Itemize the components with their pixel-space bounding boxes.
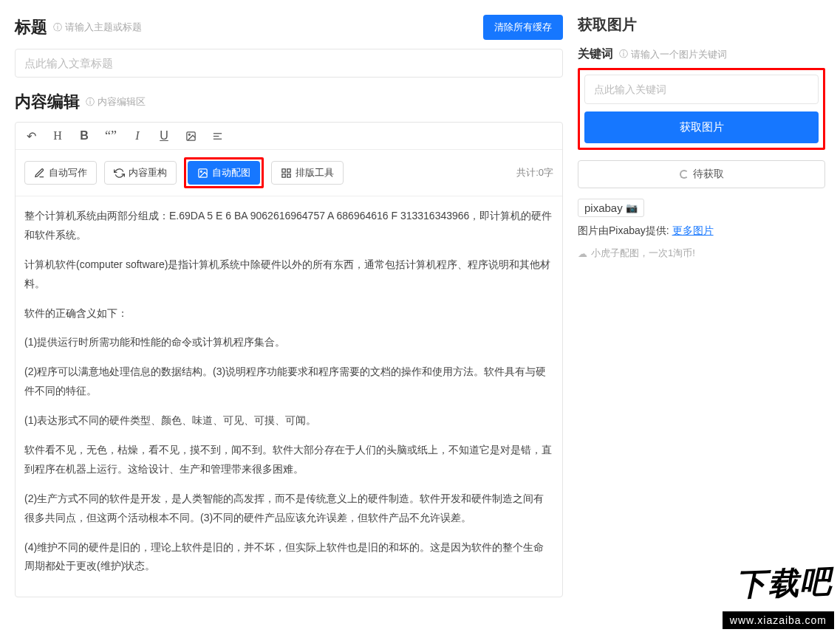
content-section-header: 内容编辑 内容编辑区 xyxy=(15,91,563,113)
spinner-icon xyxy=(680,170,689,179)
editor-paragraph: 软件的正确含义如下： xyxy=(24,304,553,323)
layout-tool-label: 排版工具 xyxy=(296,166,334,179)
pending-status-button[interactable]: 待获取 xyxy=(578,160,825,188)
main-column: 标题 请输入主题或标题 清除所有缓存 内容编辑 内容编辑区 ↶ H B “” I… xyxy=(15,15,563,597)
highlight-keyword-area: 获取图片 xyxy=(578,68,825,150)
auto-image-button[interactable]: 自动配图 xyxy=(188,161,260,185)
title-label: 标题 xyxy=(15,16,47,38)
note-line: 小虎子配图，一次1淘币! xyxy=(578,247,825,260)
watermark-url: www.xiazaiba.com xyxy=(723,611,834,629)
pixabay-badge: pixabay 📷 xyxy=(578,199,644,217)
format-toolbar: ↶ H B “” I U xyxy=(16,123,562,150)
editor-content-area[interactable]: 整个计算机系统由两部分组成：E.69DA 5 E 6 BA 9062616964… xyxy=(16,196,562,597)
svg-point-1 xyxy=(188,134,190,135)
clear-cache-button[interactable]: 清除所有缓存 xyxy=(483,15,563,40)
align-left-icon[interactable] xyxy=(211,129,224,143)
content-hint: 内容编辑区 xyxy=(86,95,146,109)
pixabay-text: pixabay xyxy=(584,202,623,214)
content-label: 内容编辑 xyxy=(15,91,80,113)
auto-image-label: 自动配图 xyxy=(212,166,250,179)
more-images-link[interactable]: 更多图片 xyxy=(672,224,714,236)
editor-paragraph: 计算机软件(computer software)是指计算机系统中除硬件以外的所有… xyxy=(24,255,553,294)
keyword-hint: 请输入一个图片关键词 xyxy=(619,48,727,61)
editor-paragraph: 整个计算机系统由两部分组成：E.69DA 5 E 6 BA 9062616964… xyxy=(24,207,553,245)
auto-write-button[interactable]: 自动写作 xyxy=(24,161,97,185)
editor-paragraph: 软件看不见，无色，枯燥，看不见，摸不到，闻不到。软件大部分存在于人们的头脑或纸上… xyxy=(24,441,553,479)
underline-icon[interactable]: U xyxy=(157,129,171,143)
svg-point-6 xyxy=(200,171,202,172)
editor-box: ↶ H B “” I U 自动写作 xyxy=(15,122,563,597)
editor-paragraph: (2)程序可以满意地处理信息的数据结构。(3)说明程序功能要求和程序需要的文档的… xyxy=(24,363,553,401)
watermark-logo: 下载吧 xyxy=(734,561,833,606)
provider-text: 图片由Pixabay提供: xyxy=(578,224,669,236)
restructure-label: 内容重构 xyxy=(129,166,167,179)
layout-tool-button[interactable]: 排版工具 xyxy=(271,161,344,185)
editor-paragraph: (2)生产方式不同的软件是开发，是人类智能的高发挥，而不是传统意义上的硬件制造。… xyxy=(24,490,553,528)
bold-icon[interactable]: B xyxy=(78,129,91,143)
provider-line: 图片由Pixabay提供: 更多图片 xyxy=(578,224,825,238)
image-section-title: 获取图片 xyxy=(578,15,825,35)
pending-label: 待获取 xyxy=(693,168,724,181)
sidebar-column: 获取图片 关键词 请输入一个图片关键词 获取图片 待获取 pixabay 📷 图… xyxy=(578,15,825,597)
svg-rect-9 xyxy=(287,174,290,176)
quote-icon[interactable]: “” xyxy=(104,129,117,143)
keyword-label: 关键词 xyxy=(578,47,613,62)
title-hint: 请输入主题或标题 xyxy=(53,21,142,34)
action-toolbar: 自动写作 内容重构 自动配图 排版工具 共计:0字 xyxy=(16,150,562,196)
keyword-input[interactable] xyxy=(584,75,819,104)
italic-icon[interactable]: I xyxy=(131,129,144,143)
svg-rect-10 xyxy=(282,174,285,176)
undo-icon[interactable]: ↶ xyxy=(24,129,38,143)
word-count: 共计:0字 xyxy=(516,166,553,179)
restructure-button[interactable]: 内容重构 xyxy=(104,161,177,185)
editor-paragraph: (4)维护不同的硬件是旧的，理论上软件是旧的，并不坏，但实际上软件也是旧的和坏的… xyxy=(24,538,553,577)
editor-paragraph: (1)表达形式不同的硬件类型、颜色、味道、可见、可摸、可闻。 xyxy=(24,411,553,430)
editor-paragraph: (1)提供运行时所需功能和性能的命令或计算机程序集合。 xyxy=(24,333,553,352)
note-text: 小虎子配图，一次1淘币! xyxy=(591,247,695,260)
image-icon[interactable] xyxy=(184,129,197,143)
auto-write-label: 自动写作 xyxy=(49,166,87,179)
title-section-header: 标题 请输入主题或标题 清除所有缓存 xyxy=(15,15,563,40)
highlight-auto-image: 自动配图 xyxy=(184,157,264,188)
svg-rect-8 xyxy=(287,168,290,171)
camera-icon: 📷 xyxy=(626,202,638,213)
fetch-image-button[interactable]: 获取图片 xyxy=(584,111,819,143)
svg-rect-7 xyxy=(282,168,285,171)
heading-icon[interactable]: H xyxy=(51,129,64,143)
article-title-input[interactable] xyxy=(15,49,563,78)
